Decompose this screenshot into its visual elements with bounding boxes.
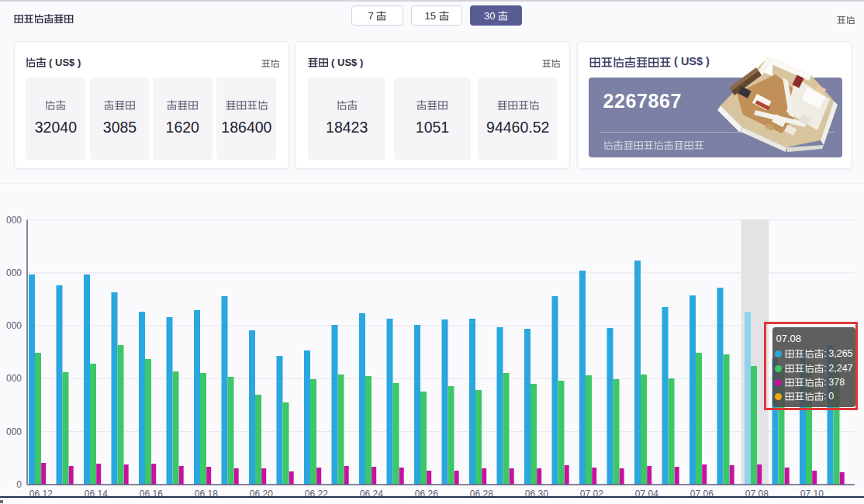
svg-text:0: 0: [16, 479, 22, 490]
svg-text:000: 000: [6, 320, 22, 331]
svg-text:000: 000: [6, 215, 22, 226]
svg-text:000: 000: [6, 426, 22, 437]
svg-text:000: 000: [6, 373, 22, 384]
svg-text:000: 000: [6, 268, 22, 278]
